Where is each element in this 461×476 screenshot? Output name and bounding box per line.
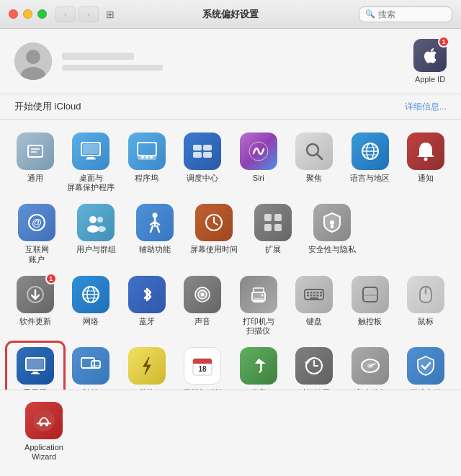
svg-point-27 <box>424 158 428 161</box>
missionctrl-icon <box>184 133 221 170</box>
icon-item-bluetooth[interactable]: 蓝牙 <box>119 271 175 340</box>
spotlight-label: 聚焦 <box>306 174 322 183</box>
general-label: 通用 <box>27 174 43 183</box>
svg-rect-41 <box>274 224 282 231</box>
svg-rect-39 <box>274 214 282 221</box>
appwizard-label: ApplicationWizard <box>24 443 63 462</box>
sound-icon <box>184 276 221 313</box>
profiles-icon <box>407 347 444 385</box>
icon-item-display[interactable]: 显示器 <box>7 343 63 390</box>
icon-item-extensions[interactable]: 扩展 <box>243 199 303 268</box>
mouse-label: 鼠标 <box>418 317 434 326</box>
svg-rect-3 <box>28 145 42 157</box>
svg-rect-69 <box>320 295 322 297</box>
icon-item-security[interactable]: 安全性与隐私 <box>303 199 362 268</box>
svg-rect-66 <box>310 297 318 299</box>
desktop-label: 桌面与屏幕保护程序 <box>67 174 115 192</box>
svg-point-53 <box>201 292 205 296</box>
svg-rect-43 <box>331 225 334 228</box>
apple-id-button[interactable]: 1 Apple ID <box>413 39 447 84</box>
icon-item-general[interactable]: 通用 <box>7 128 63 197</box>
back-button[interactable]: ‹ <box>55 6 76 22</box>
network-icon <box>72 276 109 313</box>
icon-item-appwizard[interactable]: ApplicationWizard <box>14 398 73 466</box>
icon-item-missionctrl[interactable]: 调度中心 <box>175 128 231 197</box>
icon-item-mouse[interactable]: 鼠标 <box>398 271 455 340</box>
svg-point-57 <box>261 294 263 296</box>
spotlight-icon <box>295 133 333 170</box>
forward-button[interactable]: › <box>79 6 99 22</box>
icloud-label: 开始使用 iCloud <box>14 100 81 113</box>
svg-rect-68 <box>317 295 319 297</box>
avatar <box>14 42 52 80</box>
close-button[interactable] <box>9 9 18 19</box>
icon-item-network[interactable]: 网络 <box>63 271 120 340</box>
softupdate-label: 软件更新 <box>19 317 51 326</box>
icon-item-notification[interactable]: 通知 <box>398 128 455 197</box>
icon-item-langregion[interactable]: 语言与地区 <box>342 128 398 197</box>
internet-label: 互联网账户 <box>25 245 49 264</box>
profile-info <box>62 53 163 71</box>
icon-item-users[interactable]: 用户与群组 <box>66 199 125 268</box>
svg-rect-76 <box>32 372 38 373</box>
icon-item-airnav[interactable]: 随航 <box>63 343 120 390</box>
icon-item-keyboard[interactable]: 键盘 <box>287 271 343 340</box>
search-box[interactable]: 🔍 <box>359 6 452 22</box>
svg-rect-63 <box>320 292 322 294</box>
icon-item-timemachine[interactable]: 时间机器 <box>287 343 343 390</box>
icon-item-dock[interactable]: 程序坞 <box>119 128 175 197</box>
svg-point-31 <box>87 225 99 233</box>
icon-item-energy[interactable]: 节能 <box>119 343 175 390</box>
search-input[interactable] <box>378 9 446 19</box>
icon-item-datetime[interactable]: 18 日期与时间 <box>175 343 231 390</box>
icon-item-printer[interactable]: 打印机与扫描仪 <box>230 271 287 340</box>
svg-point-1 <box>26 50 40 64</box>
langregion-icon <box>352 133 389 170</box>
airnav-icon <box>72 347 109 385</box>
dock-label: 程序坞 <box>135 174 158 183</box>
icon-item-spotlight[interactable]: 聚焦 <box>287 128 343 197</box>
icloud-detail-link[interactable]: 详细信息... <box>405 101 447 113</box>
svg-rect-16 <box>203 145 212 151</box>
desktop-icon <box>72 133 109 170</box>
minimize-button[interactable] <box>23 9 32 19</box>
softupdate-icon: 1 <box>17 276 54 313</box>
icon-item-trackpad[interactable]: 触控板 <box>342 271 398 340</box>
sound-label: 声音 <box>194 317 210 326</box>
screentime-label: 屏幕使用时间 <box>190 245 238 254</box>
energy-icon <box>128 347 166 385</box>
bluetooth-label: 蓝牙 <box>139 317 155 326</box>
screentime-icon <box>195 204 233 241</box>
trackpad-label: 触控板 <box>358 317 382 326</box>
grid-icon[interactable]: ⊞ <box>106 9 115 20</box>
trackpad-icon <box>352 276 389 313</box>
icon-item-startup[interactable]: 启动磁盘 <box>342 343 398 390</box>
svg-rect-61 <box>313 292 315 294</box>
icon-item-internet[interactable]: @ 互联网账户 <box>7 199 66 268</box>
notification-label: 通知 <box>418 174 434 183</box>
maximize-button[interactable] <box>37 9 47 19</box>
icon-item-softupdate[interactable]: 1 软件更新 <box>7 271 63 340</box>
svg-rect-79 <box>91 361 100 368</box>
icon-item-sound[interactable]: 声音 <box>175 271 231 340</box>
svg-rect-8 <box>87 157 94 158</box>
icon-item-screentime[interactable]: 屏幕使用时间 <box>184 199 243 268</box>
icon-item-desktop[interactable]: 桌面与屏幕保护程序 <box>63 128 120 197</box>
display-icon <box>17 347 54 385</box>
icon-item-sharing[interactable]: 共享 <box>230 343 287 390</box>
apple-id-icon: 1 <box>413 39 447 72</box>
icon-item-profiles[interactable]: 描述文件 <box>398 343 455 390</box>
svg-rect-60 <box>310 292 313 294</box>
missionctrl-label: 调度中心 <box>187 174 218 183</box>
svg-rect-64 <box>307 295 309 297</box>
svg-point-34 <box>153 213 158 218</box>
siri-label: Siri <box>253 174 264 183</box>
svg-rect-78 <box>81 358 94 368</box>
printer-icon <box>240 276 277 313</box>
icon-item-siri[interactable]: Siri <box>230 128 287 197</box>
appwizard-icon <box>25 402 63 439</box>
icons-row-4: 显示器 随航 节能 <box>7 343 454 390</box>
svg-point-14 <box>150 156 153 159</box>
icon-item-accessible[interactable]: 辅助功能 <box>125 199 184 268</box>
svg-rect-38 <box>264 214 272 221</box>
